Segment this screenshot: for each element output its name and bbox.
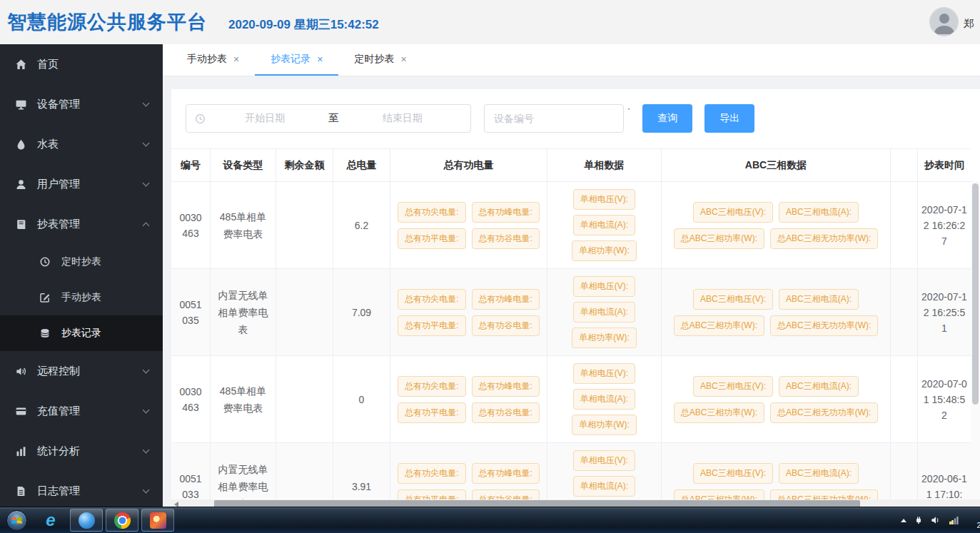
active-energy-button[interactable]: 总有功平电量: — [398, 315, 465, 336]
single-phase-button[interactable]: 单相电压(V): — [573, 276, 635, 297]
single-phase-button[interactable]: 单相电流(A): — [573, 476, 635, 497]
close-icon[interactable]: × — [317, 54, 323, 65]
abc-phase-button[interactable]: 总ABC三相功率(W): — [674, 228, 764, 249]
avatar[interactable] — [929, 7, 959, 36]
active-energy-button[interactable]: 总有功谷电量: — [472, 315, 540, 336]
taskbar-clock[interactable]: 15:42 2020/9/9 — [971, 509, 980, 532]
cell-read-time: 2020-07-01 15:48:52 — [918, 356, 971, 442]
abc-phase-button[interactable]: ABC三相电流(A): — [779, 289, 859, 310]
active-energy-button[interactable]: 总有功平电量: — [398, 228, 465, 249]
query-button[interactable]: 查询 — [642, 104, 692, 133]
abc-phase-button[interactable]: 总ABC三相无功功率(W): — [770, 489, 878, 500]
abc-phase-button[interactable]: 总ABC三相功率(W): — [674, 315, 764, 336]
sidebar-item-scheduled-reading[interactable]: 定时抄表 — [0, 244, 163, 280]
power-plug-icon[interactable] — [914, 515, 924, 525]
sidebar-item-label: 抄表记录 — [61, 327, 101, 340]
sidebar-item-recharge-management[interactable]: 充值管理 — [0, 391, 163, 431]
active-energy-button[interactable]: 总有功尖电量: — [398, 289, 465, 310]
vertical-scrollbar[interactable] — [971, 181, 980, 499]
sidebar-item-home[interactable]: 首页 — [0, 44, 163, 84]
start-date-input[interactable]: 开始日期 — [206, 112, 325, 125]
records-table: 编号 设备类型 剩余金额 总电量 总有功电量 单相数据 ABC三相数据 抄表时间… — [171, 148, 971, 499]
tab-bar: 手动抄表 × 抄表记录 × 定时抄表 × — [163, 44, 980, 76]
abc-phase-button[interactable]: ABC三相电压(V): — [693, 202, 773, 223]
abc-phase-button[interactable]: 总ABC三相功率(W): — [674, 402, 764, 423]
username-label[interactable]: 郑 — [964, 17, 974, 31]
internet-explorer-icon: e — [46, 512, 55, 529]
active-energy-button[interactable]: 总有功平电量: — [398, 402, 465, 423]
close-icon[interactable]: × — [233, 54, 239, 65]
start-button[interactable] — [0, 507, 33, 533]
active-energy-button[interactable]: 总有功谷电量: — [472, 228, 540, 249]
cell-single-phase: 单相电压(V): 单相电流(A): 单相功率(W): — [547, 443, 662, 499]
sidebar-item-meter-reading-management[interactable]: 抄表管理 — [0, 204, 163, 244]
abc-phase-button[interactable]: ABC三相电流(A): — [779, 463, 859, 484]
abc-phase-button[interactable]: ABC三相电压(V): — [693, 289, 773, 310]
single-phase-button[interactable]: 单相电流(A): — [573, 389, 635, 410]
chevron-down-icon — [143, 179, 150, 186]
abc-phase-button[interactable]: 总ABC三相功率(W): — [674, 489, 764, 500]
column-header — [891, 149, 918, 181]
sidebar-item-user-management[interactable]: 用户管理 — [0, 164, 163, 204]
tray-expand-icon[interactable] — [901, 519, 906, 522]
table-row: 0051035 内置无线单相单费率电表 7.09 总有功尖电量: 总有功峰电量:… — [171, 269, 971, 356]
active-energy-button[interactable]: 总有功尖电量: — [398, 202, 465, 223]
chrome-icon — [114, 512, 131, 529]
cell-device-id: 0030463 — [171, 182, 211, 268]
active-energy-button[interactable]: 总有功尖电量: — [398, 463, 465, 484]
sidebar-item-log-management[interactable]: 日志管理 — [0, 471, 163, 511]
export-button[interactable]: 导出 — [704, 104, 754, 133]
active-energy-button[interactable]: 总有功尖电量: — [398, 376, 465, 397]
active-energy-button[interactable]: 总有功谷电量: — [472, 402, 540, 423]
end-date-input[interactable]: 结束日期 — [343, 112, 463, 125]
active-energy-button[interactable]: 总有功峰电量: — [472, 289, 540, 310]
active-energy-button[interactable]: 总有功平电量: — [398, 489, 465, 500]
sidebar-item-remote-control[interactable]: 远程控制 — [0, 351, 163, 391]
tab-scheduled-reading[interactable]: 定时抄表 × — [338, 44, 422, 76]
single-phase-button[interactable]: 单相电压(V): — [573, 363, 635, 384]
chrome-taskbar-button[interactable] — [106, 509, 138, 532]
device-number-input[interactable] — [484, 104, 624, 133]
media-app-taskbar-button[interactable] — [141, 509, 174, 532]
sidebar-item-device-management[interactable]: 设备管理 — [0, 84, 163, 124]
date-range-picker[interactable]: 开始日期 至 结束日期 — [186, 104, 471, 133]
tab-reading-records[interactable]: 抄表记录 × — [255, 44, 338, 76]
active-energy-button[interactable]: 总有功峰电量: — [472, 376, 540, 397]
single-phase-button[interactable]: 单相电流(A): — [573, 215, 635, 235]
abc-phase-button[interactable]: ABC三相电压(V): — [693, 463, 773, 484]
sidebar-item-label: 首页 — [37, 58, 59, 71]
home-icon — [14, 59, 27, 71]
tab-label: 抄表记录 — [271, 53, 310, 66]
page-title: 智慧能源公共服务平台 — [7, 9, 207, 35]
cell-device-type: 485单相单费率电表 — [211, 182, 276, 268]
single-phase-button[interactable]: 单相电流(A): — [573, 302, 635, 323]
active-energy-button[interactable]: 总有功峰电量: — [472, 202, 540, 223]
vertical-scrollbar-thumb[interactable] — [972, 183, 979, 405]
sidebar-item-manual-reading[interactable]: 手动抄表 — [0, 280, 163, 315]
edit-icon — [39, 292, 51, 303]
active-energy-button[interactable]: 总有功峰电量: — [472, 463, 540, 484]
chevron-down-icon — [143, 366, 150, 373]
single-phase-button[interactable]: 单相功率(W): — [572, 415, 637, 435]
active-energy-button[interactable]: 总有功谷电量: — [472, 489, 540, 500]
single-phase-button[interactable]: 单相功率(W): — [572, 328, 637, 348]
sidebar-item-water-meter[interactable]: 水表 — [0, 124, 163, 164]
close-icon[interactable]: × — [400, 54, 406, 65]
abc-phase-button[interactable]: 总ABC三相无功功率(W): — [770, 228, 878, 249]
network-icon[interactable] — [949, 515, 960, 525]
abc-phase-button[interactable]: 总ABC三相无功功率(W): — [770, 402, 878, 423]
abc-phase-button[interactable]: ABC三相电压(V): — [693, 376, 773, 397]
blue-app-taskbar-button[interactable] — [70, 509, 103, 532]
single-phase-button[interactable]: 单相电压(V): — [573, 189, 635, 210]
tab-manual-reading[interactable]: 手动抄表 × — [171, 44, 255, 76]
abc-phase-button[interactable]: ABC三相电流(A): — [779, 202, 859, 223]
ie-taskbar-button[interactable]: e — [34, 509, 67, 532]
sidebar-item-reading-records[interactable]: 抄表记录 — [0, 315, 163, 351]
speaker-icon[interactable] — [931, 515, 941, 525]
sidebar-item-statistics[interactable]: 统计分析 — [0, 431, 163, 471]
abc-phase-button[interactable]: ABC三相电流(A): — [779, 376, 859, 397]
abc-phase-button[interactable]: 总ABC三相无功功率(W): — [770, 315, 878, 336]
stray-mark: ` — [627, 107, 630, 118]
single-phase-button[interactable]: 单相电压(V): — [573, 450, 635, 471]
single-phase-button[interactable]: 单相功率(W): — [572, 240, 637, 261]
